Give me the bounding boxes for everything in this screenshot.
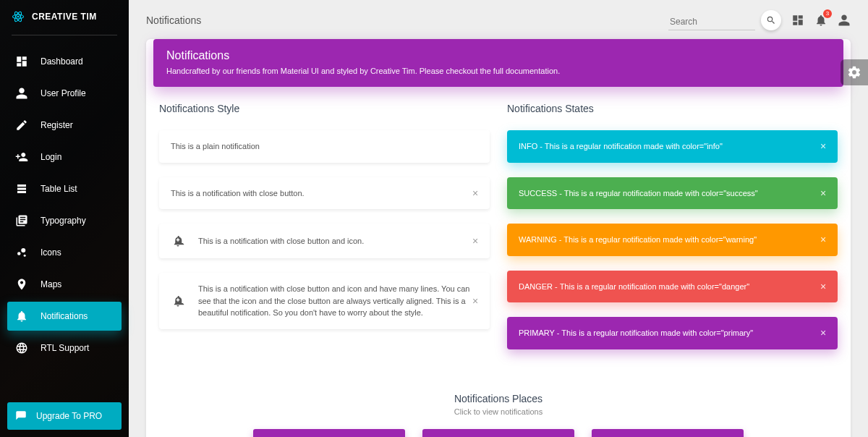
search [668,10,781,30]
person-icon [838,14,851,27]
pencil-icon [14,118,29,132]
hero-description: Handcrafted by our friends from Material… [166,67,830,75]
sidebar-item-typography[interactable]: Typography [7,206,122,235]
top-right-button[interactable]: TOP RIGHT [592,429,744,438]
alert-message: WARNING - This is a regular notification… [519,234,826,246]
svg-point-3 [17,16,20,18]
dashboard-button[interactable] [791,14,804,27]
places-subtitle: Click to view notifications [159,407,838,416]
bell-add-icon [171,294,185,308]
alert-message: This is a notification with close button… [198,283,478,319]
alert-close-icon: This is a notification with close button… [159,224,490,258]
sidebar-item-label: Table List [41,184,77,194]
language-icon [14,341,29,355]
sidebar-item-label: Dashboard [41,56,83,67]
places-title: Notifications Places [159,393,838,404]
link-full-documentation[interactable]: full documentation [493,67,558,75]
hero: Notifications Handcrafted by our friends… [153,39,843,87]
upgrade-wrap: Upgrade To PRO [0,395,129,437]
settings-fab[interactable] [841,59,868,85]
alert-close: This is a notification with close button… [159,177,490,210]
states-column: Notifications States INFO - This is a re… [507,103,838,364]
notifications-button[interactable]: 3 [814,14,827,27]
alert-danger: DANGER - This is a regular notification … [507,271,838,303]
sidebar: CREATIVE TIM Dashboard User Profile Regi… [0,0,129,437]
top-center-button[interactable]: TOP CENTER [422,429,574,438]
bubble-icon [14,245,29,260]
close-icon[interactable]: × [472,188,482,198]
upgrade-icon [14,410,27,423]
svg-point-5 [21,248,25,253]
sidebar-item-icons[interactable]: Icons [7,238,122,267]
upgrade-button[interactable]: Upgrade To PRO [7,402,122,430]
alert-multiline: This is a notification with close button… [159,273,490,329]
link-creative-tim[interactable]: Creative Tim [370,67,415,75]
close-icon[interactable]: × [820,328,830,338]
sidebar-item-user-profile[interactable]: User Profile [7,79,122,108]
sidebar-item-label: RTL Support [41,343,89,353]
sidebar-item-rtl[interactable]: RTL Support [7,334,122,362]
alert-success: SUCCESS - This is a regular notification… [507,177,838,210]
alert-warning: WARNING - This is a regular notification… [507,224,838,256]
alert-primary: PRIMARY - This is a regular notification… [507,317,838,349]
alert-plain: This is a plain notification [159,130,490,163]
places-section: Notifications Places Click to view notif… [146,364,851,438]
svg-point-4 [17,252,21,255]
divider [12,35,117,35]
places-buttons: TOP LEFT TOP CENTER TOP RIGHT [159,429,838,438]
sidebar-nav: Dashboard User Profile Register Login Ta… [0,40,129,395]
close-icon[interactable]: × [820,281,830,292]
library-icon [14,213,29,228]
link-material-ui[interactable]: Material UI [281,67,319,75]
alert-info: INFO - This is a regular notification ma… [507,130,838,163]
close-icon[interactable]: × [820,188,830,198]
react-icon [12,10,25,23]
table-icon [14,182,29,196]
close-icon[interactable]: × [820,141,830,151]
dashboard-icon [791,14,804,27]
page-title: Notifications [146,14,201,26]
sidebar-item-label: Login [41,152,61,162]
brand[interactable]: CREATIVE TIM [0,0,129,35]
gear-icon [847,65,861,80]
sidebar-item-label: Icons [41,247,61,258]
brand-name: CREATIVE TIM [32,12,97,22]
alert-message: This is a notification with close button… [171,187,478,200]
upgrade-label: Upgrade To PRO [36,411,102,421]
hero-title: Notifications [166,49,830,62]
close-icon[interactable]: × [472,236,482,246]
sidebar-item-label: Typography [41,216,86,226]
sidebar-item-label: Maps [41,279,61,289]
alert-message: SUCCESS - This is a regular notification… [519,187,826,200]
close-icon[interactable]: × [820,234,830,245]
bell-add-icon [171,234,185,248]
top-left-button[interactable]: TOP LEFT [253,429,405,438]
alert-message: INFO - This is a regular notification ma… [519,140,826,153]
states-title: Notifications States [507,103,838,114]
dashboard-icon [14,54,29,69]
alert-message: DANGER - This is a regular notification … [519,281,826,293]
sidebar-item-notifications[interactable]: Notifications [7,302,122,331]
main: Notifications 3 [129,0,868,437]
topbar: Notifications 3 [146,10,851,30]
sidebar-item-register[interactable]: Register [7,111,122,140]
search-button[interactable] [761,10,781,30]
styles-title: Notifications Style [159,103,490,114]
notifications-badge: 3 [823,9,832,18]
person-add-icon [14,150,29,164]
bell-icon [14,309,29,323]
topbar-actions: 3 [668,10,851,30]
styles-column: Notifications Style This is a plain noti… [159,103,490,364]
sidebar-item-label: Register [41,120,73,130]
search-input[interactable] [668,14,755,30]
sidebar-item-maps[interactable]: Maps [7,270,122,299]
sidebar-item-login[interactable]: Login [7,143,122,171]
alert-message: PRIMARY - This is a regular notification… [519,327,826,339]
sidebar-item-dashboard[interactable]: Dashboard [7,47,122,76]
sidebar-item-table-list[interactable]: Table List [7,174,122,203]
profile-button[interactable] [838,14,851,27]
location-icon [14,277,29,292]
close-icon[interactable]: × [472,296,482,306]
alert-message: This is a plain notification [171,140,478,153]
content-card: Notifications Handcrafted by our friends… [146,39,851,437]
